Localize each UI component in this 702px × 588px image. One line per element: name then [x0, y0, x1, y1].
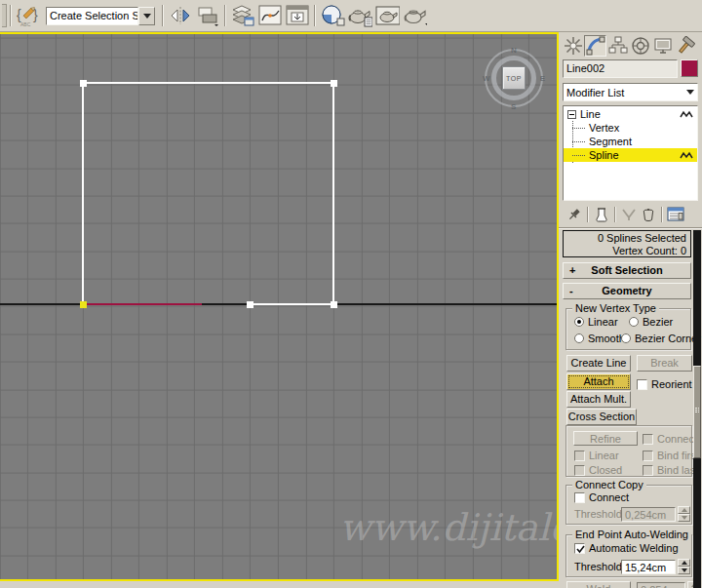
stack-item-line[interactable]: Line: [564, 107, 697, 121]
make-unique-button[interactable]: [619, 206, 639, 223]
command-panel: Line002 Modifier List Line Vertex Segmen…: [559, 32, 702, 588]
hierarchy-icon: [608, 36, 628, 56]
attach-button[interactable]: Attach: [566, 373, 631, 390]
mirror-button[interactable]: [168, 3, 193, 28]
create-line-button[interactable]: Create Line: [566, 355, 631, 372]
modifier-stack[interactable]: Line Vertex Segment Spline: [563, 105, 698, 201]
stack-tree-twig: [572, 155, 585, 156]
show-end-result-button[interactable]: [592, 206, 611, 223]
show-end-result-icon: [594, 207, 609, 222]
remove-modifier-button[interactable]: [639, 206, 658, 223]
break-button[interactable]: Break: [637, 355, 692, 372]
checkbox-icon: [637, 379, 647, 390]
align-button[interactable]: [195, 3, 220, 28]
material-editor-button[interactable]: [320, 3, 345, 28]
chevron-down-icon: [686, 90, 694, 95]
top-viewport[interactable]: N E S W TOP www.dijitalde: [0, 34, 557, 579]
object-name-field[interactable]: Line002: [563, 59, 678, 78]
scrollbar-thumb[interactable]: [693, 366, 701, 458]
refine-button[interactable]: Refine: [573, 431, 638, 446]
closed-checkbox[interactable]: Closed: [574, 464, 622, 476]
schematic-view-button[interactable]: [285, 3, 310, 28]
rollout-geometry[interactable]: - Geometry: [563, 283, 691, 299]
connect-copy-threshold-field[interactable]: 0,254cm: [621, 507, 676, 522]
bind-first-checkbox[interactable]: Bind first: [643, 450, 699, 461]
viewcube[interactable]: N E S W TOP: [485, 49, 543, 107]
collapse-icon[interactable]: [567, 110, 576, 119]
cross-section-button[interactable]: Cross Section: [566, 409, 637, 425]
clipped-toolbar-button[interactable]: [2, 4, 7, 27]
pin-stack-button[interactable]: [565, 206, 584, 223]
connect-checkbox[interactable]: Connect: [643, 433, 697, 445]
layer-manager-button[interactable]: [230, 3, 255, 28]
tab-display[interactable]: [651, 35, 674, 57]
spline-bottom-edge: [250, 303, 334, 305]
threshold-spinner[interactable]: [678, 559, 690, 574]
configure-modifier-sets-button[interactable]: [666, 206, 685, 223]
rendered-frame-window-button[interactable]: [374, 3, 400, 28]
material-editor-icon: [320, 4, 345, 27]
named-selection-sets-button[interactable]: { } ABC: [16, 3, 41, 28]
spin-down-button[interactable]: [678, 567, 690, 574]
weld-threshold-field[interactable]: 0,254cm: [637, 582, 685, 588]
viewcube-top-face[interactable]: TOP: [502, 66, 526, 90]
stack-item-status-icon[interactable]: [680, 110, 693, 118]
stack-item-segment[interactable]: Segment: [564, 135, 697, 148]
create-icon: [564, 36, 583, 56]
tab-modify[interactable]: [584, 35, 606, 57]
spline-vertex[interactable]: [331, 80, 337, 87]
radio-smooth[interactable]: Smooth: [574, 333, 625, 344]
selection-sets-combobox[interactable]: Create Selection Se: [46, 7, 155, 25]
up-arrow-icon: [682, 508, 687, 512]
linear-checkbox[interactable]: Linear: [574, 450, 619, 461]
tab-hierarchy[interactable]: [606, 35, 629, 57]
spline-first-vertex[interactable]: [80, 301, 87, 308]
tab-create[interactable]: [562, 35, 584, 57]
checkbox-icon: [574, 465, 585, 476]
stack-item-spline[interactable]: Spline: [564, 148, 697, 162]
bind-last-checkbox[interactable]: Bind last: [643, 464, 698, 476]
selection-sets-dropdown-button[interactable]: [138, 7, 155, 25]
render-setup-button[interactable]: [347, 3, 372, 28]
threshold-label: Threshold: [574, 508, 622, 520]
spin-down-button[interactable]: [678, 514, 690, 522]
scrollbar-grip: [695, 412, 699, 412]
radio-bezier-corner[interactable]: Bezier Corner: [621, 333, 701, 344]
selection-sets-value[interactable]: Create Selection Se: [46, 7, 138, 25]
spin-up-button[interactable]: [678, 506, 690, 514]
checkbox-icon: [643, 451, 653, 461]
object-color-swatch[interactable]: [681, 59, 698, 77]
quick-render-button[interactable]: [402, 3, 427, 28]
radio-linear[interactable]: Linear: [574, 316, 618, 328]
weld-button[interactable]: Weld: [566, 581, 631, 588]
reorient-checkbox[interactable]: Reorient: [637, 378, 692, 390]
spin-up-button[interactable]: [678, 559, 690, 567]
radio-bezier[interactable]: Bezier: [629, 316, 673, 328]
new-vertex-type-group: New Vertex Type Linear Bezier Smooth Bez…: [566, 308, 691, 350]
stack-item-vertex[interactable]: Vertex: [564, 121, 697, 135]
red-spline-segment: [83, 303, 202, 305]
separator: [614, 207, 616, 222]
tab-motion[interactable]: [629, 35, 651, 57]
radio-icon: [629, 317, 639, 327]
spline-vertex[interactable]: [80, 80, 87, 87]
stack-item-status-icon[interactable]: [680, 151, 693, 159]
vertex-count-text: Vertex Count: 0: [567, 245, 686, 257]
automatic-welding-checkbox[interactable]: Automatic Welding: [574, 542, 679, 554]
attach-mult-button[interactable]: Attach Mult.: [566, 391, 631, 408]
spline-top-edge: [82, 82, 334, 84]
group-title: Connect Copy: [572, 479, 646, 490]
spline-vertex[interactable]: [247, 301, 254, 308]
down-arrow-icon: [682, 568, 687, 572]
threshold-spinner[interactable]: [678, 506, 690, 522]
connect-copy-checkbox[interactable]: Connect: [574, 491, 629, 503]
modifier-list-dropdown[interactable]: Modifier List: [563, 83, 698, 101]
rollout-soft-selection[interactable]: + Soft Selection: [563, 262, 691, 279]
panel-scrollbar[interactable]: [693, 230, 701, 588]
connect-copy-group: Connect Copy Connect Threshold 0,254cm: [566, 485, 692, 525]
chevron-down-icon: [143, 14, 151, 19]
spline-vertex[interactable]: [331, 301, 337, 308]
tab-utilities[interactable]: [674, 35, 696, 57]
welding-threshold-field[interactable]: 15,24cm: [621, 560, 676, 574]
curve-editor-button[interactable]: [257, 3, 283, 28]
